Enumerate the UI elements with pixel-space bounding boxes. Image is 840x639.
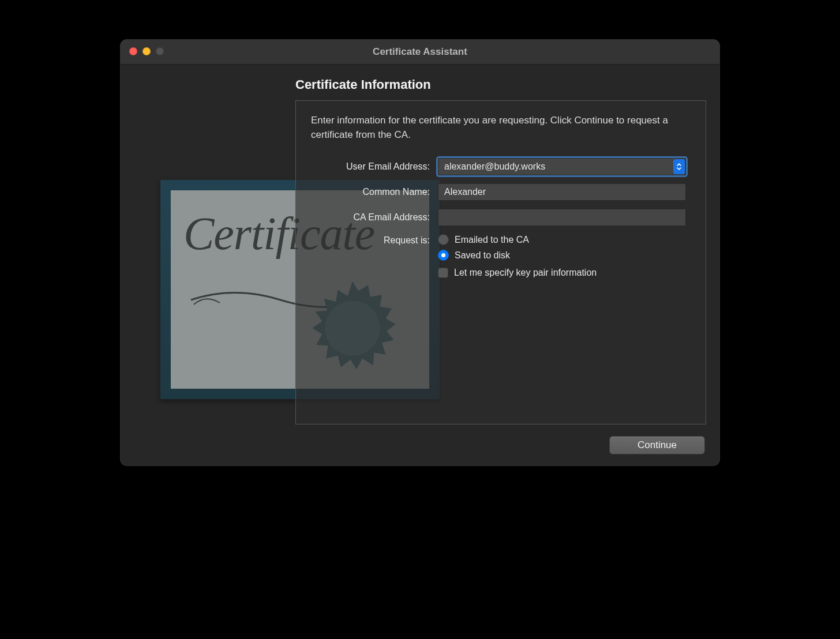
request-label: Request is: [311, 234, 430, 246]
keypair-checkbox[interactable] [438, 268, 448, 278]
titlebar: Certificate Assistant [120, 39, 720, 65]
request-radio-group: Emailed to the CA Saved to disk Let me s… [438, 234, 691, 278]
ca-email-label: CA Email Address: [311, 212, 430, 223]
content-panel: Certificate Information Enter informatio… [295, 77, 706, 424]
radio-saved-label: Saved to disk [455, 250, 510, 261]
radio-emailed-row[interactable]: Emailed to the CA [438, 234, 691, 245]
footer: Continue [609, 436, 705, 454]
zoom-icon [156, 47, 164, 55]
keypair-check-row[interactable]: Let me specify key pair information [438, 268, 691, 278]
window-title: Certificate Assistant [120, 46, 720, 58]
radio-saved-row[interactable]: Saved to disk [438, 250, 691, 261]
window-body: Certificate Certificate Information [120, 65, 720, 466]
window: Certificate Assistant Certificate [120, 39, 720, 466]
email-field[interactable] [438, 158, 686, 175]
email-combo[interactable] [438, 158, 686, 175]
radio-emailed[interactable] [438, 234, 449, 245]
form-card: Enter information for the certificate yo… [295, 100, 706, 424]
page-title: Certificate Information [295, 77, 706, 92]
chevron-up-down-icon [676, 163, 682, 170]
common-name-label: Common Name: [311, 187, 430, 197]
radio-emailed-label: Emailed to the CA [455, 235, 529, 245]
keypair-label: Let me specify key pair information [454, 268, 597, 278]
traffic-lights [129, 47, 164, 55]
minimize-icon[interactable] [142, 47, 151, 55]
intro-text: Enter information for the certificate yo… [311, 114, 691, 142]
close-icon[interactable] [129, 47, 137, 55]
dropdown-button[interactable] [673, 159, 685, 174]
radio-saved[interactable] [438, 250, 449, 261]
email-label: User Email Address: [311, 161, 430, 172]
ca-email-field[interactable] [438, 209, 686, 226]
common-name-field[interactable] [438, 183, 686, 201]
continue-button[interactable]: Continue [609, 436, 705, 454]
form: User Email Address: Common Name: CA Emai… [311, 158, 691, 278]
